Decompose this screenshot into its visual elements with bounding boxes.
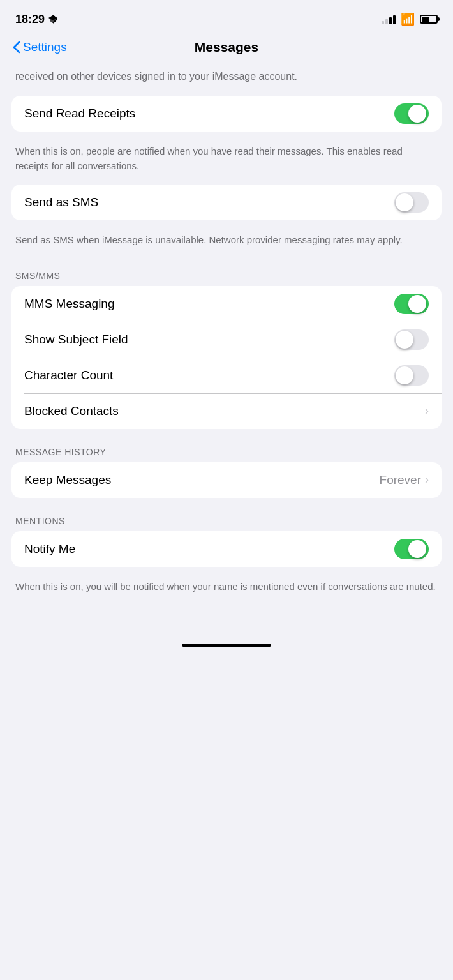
show-subject-field-toggle[interactable] [394,329,429,350]
send-as-sms-row: Send as SMS [11,185,442,220]
mms-messaging-row: MMS Messaging [11,286,442,322]
keep-messages-value-wrap: Forever › [380,473,429,487]
home-bar [182,644,271,647]
keep-messages-chevron-icon: › [425,473,429,486]
top-description: received on other devices signed in to y… [0,63,453,96]
mms-messaging-label: MMS Messaging [24,297,115,311]
status-time: 18:29 [15,13,57,26]
keep-messages-row[interactable]: Keep Messages Forever › [11,462,442,498]
signal-bars [382,14,396,24]
home-indicator [0,637,453,657]
show-subject-field-label: Show Subject Field [24,333,128,347]
blocked-contacts-chevron-icon: › [425,404,429,418]
character-count-toggle[interactable] [394,365,429,386]
sms-mms-section-label: SMS/MMS [0,259,453,286]
back-button[interactable]: Settings [13,40,67,54]
blocked-contacts-row[interactable]: Blocked Contacts › [11,393,442,429]
status-bar: 18:29 📶 [0,0,453,34]
signal-bar-2 [385,19,388,24]
notify-me-row: Notify Me [11,531,442,567]
back-label: Settings [23,40,67,54]
message-history-section-label: MESSAGE HISTORY [0,435,453,462]
send-as-sms-toggle[interactable] [394,192,429,213]
signal-bar-1 [382,21,384,24]
toggle-knob [408,105,426,123]
send-as-sms-section: Send as SMS [11,185,442,220]
battery-fill [422,17,429,22]
status-icons: 📶 [382,12,438,26]
notify-me-label: Notify Me [24,542,75,556]
signal-bar-4 [393,15,396,24]
send-read-receipts-section: Send Read Receipts [11,96,442,132]
battery-icon [420,15,438,24]
notify-me-footer: When this is on, you will be notified wh… [0,573,453,606]
toggle-knob [396,366,413,384]
message-history-section: Keep Messages Forever › [11,462,442,498]
nav-bar: Settings Messages [0,34,453,63]
notify-me-toggle[interactable] [394,539,429,559]
content: received on other devices signed in to y… [0,63,453,624]
blocked-contacts-label: Blocked Contacts [24,404,119,418]
keep-messages-label: Keep Messages [24,473,111,487]
character-count-label: Character Count [24,368,113,382]
toggle-knob [396,193,413,211]
page-title: Messages [195,40,258,55]
mentions-section: Notify Me [11,531,442,567]
send-read-receipts-label: Send Read Receipts [24,107,135,121]
toggle-knob [408,295,426,313]
send-as-sms-footer: Send as SMS when iMessage is unavailable… [0,227,453,259]
toggle-knob [396,331,413,349]
character-count-row: Character Count [11,358,442,393]
send-as-sms-label: Send as SMS [24,195,98,209]
send-read-receipts-footer: When this is on, people are notified whe… [0,138,453,185]
send-read-receipts-toggle[interactable] [394,103,429,124]
send-read-receipts-row: Send Read Receipts [11,96,442,132]
wifi-icon: 📶 [401,12,415,26]
keep-messages-value: Forever [380,473,421,487]
sms-mms-section: MMS Messaging Show Subject Field Charact… [11,286,442,429]
back-chevron-icon [13,41,20,54]
toggle-knob [408,540,426,558]
location-icon [48,15,57,24]
show-subject-field-row: Show Subject Field [11,322,442,358]
mms-messaging-toggle[interactable] [394,294,429,314]
signal-bar-3 [389,17,392,24]
mentions-section-label: MENTIONS [0,504,453,531]
